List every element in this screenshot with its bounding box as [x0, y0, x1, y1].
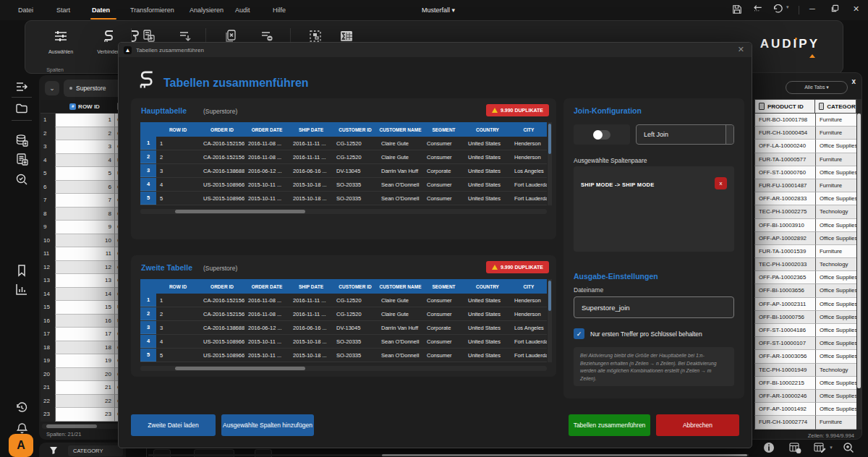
table-row[interactable]: 16 16 US — [41, 315, 126, 328]
menu-transformieren[interactable]: Transformieren — [130, 7, 174, 14]
table-row[interactable]: OFF-AP-10002892 Office Supplies — [754, 232, 856, 245]
table-row[interactable]: 22 22 CA — [41, 395, 126, 409]
table-row[interactable]: OFF-AR-10002833 Office Supplies — [754, 192, 856, 205]
folder-icon[interactable] — [14, 101, 29, 116]
second-table-body[interactable]: 1 1CA-2016-152156 2016-11-08 ...2016-11-… — [140, 294, 547, 362]
notifications-bell-icon[interactable] — [14, 421, 29, 435]
table-row[interactable]: 3 3CA-2016-138688 2016-06-12 ...2016-06-… — [140, 321, 547, 335]
table-row[interactable]: 2 2 CA — [41, 127, 126, 141]
table-row[interactable]: 20 20 CA — [41, 368, 126, 382]
remove-pair-button[interactable]: x — [715, 177, 727, 189]
table-row[interactable]: 5 5 US — [41, 167, 126, 181]
table-row[interactable]: 11 11 CA — [41, 247, 126, 261]
table-row[interactable]: OFF-ST-10000107 Office Supplies — [754, 337, 856, 350]
table-auto-icon[interactable]: A — [787, 440, 803, 456]
tab-collapse-button[interactable]: ⌄ — [45, 81, 59, 95]
cancel-button[interactable]: Abbrechen — [656, 414, 739, 436]
table-row[interactable]: OFF-BI-10003910 Office Supplies — [754, 219, 856, 232]
left-table-hscrollbar[interactable] — [42, 424, 123, 429]
table-row[interactable]: 4 4US-2015-108966 2015-10-11 ...2015-10-… — [140, 335, 547, 349]
left-table[interactable]: # ROW ID 1 1 CA 2 2 CA 3 — [41, 100, 126, 422]
filename-input[interactable]: Superstore_join — [574, 296, 734, 318]
table-row[interactable]: FUR-BO-10001798 Furniture — [754, 114, 856, 127]
save-icon[interactable] — [732, 4, 742, 14]
table-row[interactable]: 14 14 CA — [41, 288, 126, 302]
main-hscrollbar-thumb[interactable] — [382, 454, 747, 456]
main-table-body[interactable]: 1 1CA-2016-152156 2016-11-08 ...2016-11-… — [140, 137, 547, 205]
table-row[interactable]: 10 10 CA — [41, 234, 126, 248]
table-row[interactable]: 4 4 US — [41, 154, 126, 168]
table-row[interactable]: FUR-TA-10000577 Furniture — [754, 153, 856, 166]
table-row[interactable]: 6 6 CA — [41, 181, 126, 195]
right-table-vscrollbar[interactable] — [856, 99, 861, 430]
table-row[interactable]: TEC-PH-10002275 Technology — [754, 205, 856, 218]
menu-hilfe[interactable]: Hilfe — [273, 7, 286, 14]
tab-superstore[interactable]: Superstore — [64, 80, 126, 97]
table-row[interactable]: 1 1CA-2016-152156 2016-11-08 ...2016-11-… — [140, 294, 547, 307]
table-row[interactable]: 12 12 CA — [41, 261, 126, 275]
history-icon[interactable] — [14, 401, 29, 415]
table-vscrollbar[interactable] — [548, 279, 552, 362]
table-row[interactable]: 15 15 US — [41, 301, 126, 315]
table-row[interactable]: OFF-AR-10000246 Office Supplies — [754, 390, 856, 403]
table-edit-caret[interactable]: ▾ — [823, 440, 839, 456]
table-row[interactable]: TEC-PH-10001949 Technology — [754, 364, 856, 377]
table-row[interactable]: OFF-ST-10004186 Office Supplies — [754, 324, 856, 337]
search-check-icon[interactable] — [14, 172, 29, 187]
app-logo-button[interactable]: A — [9, 434, 33, 457]
menu-daten[interactable]: Daten — [92, 7, 110, 14]
undo-icon[interactable] — [773, 4, 783, 14]
table-row[interactable]: 2 2CA-2016-152156 2016-11-08 ...2016-11-… — [140, 150, 547, 164]
table-row[interactable]: 18 18 CA — [41, 341, 126, 355]
table-row[interactable]: 4 4US-2015-108966 2015-10-11 ...2015-10-… — [140, 178, 547, 192]
table-row[interactable]: 9 9 CA — [41, 221, 126, 234]
panel-close-button[interactable]: x — [851, 77, 856, 85]
close-window-button[interactable]: ✕ — [853, 4, 859, 14]
table-row[interactable]: 7 7 CA — [41, 194, 126, 208]
table-row[interactable]: OFF-AR-10003056 Office Supplies — [754, 350, 856, 363]
table-row[interactable]: 1 1CA-2016-152156 2016-11-08 ...2016-11-… — [140, 137, 547, 150]
report-add-icon[interactable] — [14, 152, 29, 166]
menu-analysieren[interactable]: Analysieren — [190, 7, 224, 14]
table-hscrollbar[interactable] — [140, 366, 547, 371]
table-row[interactable]: OFF-BI-10002215 Office Supplies — [754, 377, 856, 390]
table-row[interactable]: 21 21 CA — [41, 381, 126, 395]
undo-dropdown-caret[interactable]: ▾ — [786, 4, 789, 10]
table-row[interactable]: 5 5US-2015-108966 2015-10-11 ...2015-10-… — [140, 192, 547, 205]
sidebar-toggle-icon[interactable] — [14, 80, 29, 94]
load-second-file-button[interactable]: Zweite Datei laden — [131, 414, 216, 436]
table-row[interactable]: FUR-FU-10001487 Furniture — [754, 179, 856, 192]
table-row[interactable]: 19 19 CA — [41, 354, 126, 368]
profile-menu[interactable]: Musterfall ▾ — [422, 7, 455, 14]
table-row[interactable]: OFF-BI-10003656 Office Supplies — [754, 284, 856, 297]
right-table[interactable]: PRODUCT ID CATEGORY FUR-BO-10001798 Furn… — [754, 99, 856, 430]
second-preview-table[interactable]: ROW IDORDER ID ORDER DATESHIP DATE CUSTO… — [140, 279, 547, 362]
table-row[interactable]: 5 5US-2015-108966 2015-10-11 ...2015-10-… — [140, 349, 547, 362]
table-row[interactable]: TEC-PH-10002033 Technology — [754, 258, 856, 271]
table-vscrollbar[interactable] — [548, 122, 552, 205]
all-tabs-dropdown[interactable]: Alle Tabs ▾ — [786, 81, 848, 94]
step-back-icon[interactable] — [752, 4, 763, 14]
table-row[interactable]: OFF-PA-10002365 Office Supplies — [754, 271, 856, 284]
left-table-body[interactable]: 1 1 CA 2 2 CA 3 3 CA 4 4 — [41, 114, 126, 422]
checkbox-checked-icon[interactable]: ✓ — [574, 328, 584, 339]
bookmark-icon[interactable] — [14, 263, 29, 278]
table-row[interactable]: 13 13 CA — [41, 274, 126, 288]
table-row[interactable]: FUR-TA-10001539 Furniture — [754, 245, 856, 258]
modal-close-button[interactable]: ✕ — [738, 45, 744, 54]
table-row[interactable]: FUR-CH-10002774 Furniture — [754, 416, 856, 429]
table-row[interactable]: OFF-BI-10000756 Office Supplies — [754, 311, 856, 324]
minimize-button[interactable]: ─ — [809, 4, 815, 13]
ribbon-tool-auswaehlen[interactable]: Auswählen Spalten — [38, 27, 84, 54]
modal-titlebar[interactable]: ▲ Tabellen zusammenführen ✕ — [119, 43, 752, 57]
table-row[interactable]: OFF-AP-10002311 Office Supplies — [754, 298, 856, 311]
maximize-button[interactable] — [831, 4, 839, 12]
table-row[interactable]: 1 1 CA — [41, 114, 126, 127]
main-preview-table[interactable]: ROW IDORDER ID ORDER DATESHIP DATE CUSTO… — [140, 122, 547, 205]
filter-icon[interactable] — [49, 446, 58, 455]
right-table-body[interactable]: FUR-BO-10001798 Furniture FUR-CH-1000045… — [754, 114, 856, 430]
zoom-icon[interactable] — [841, 440, 856, 456]
merge-tables-button[interactable]: Tabellen zusammenführen — [569, 414, 650, 436]
table-row[interactable]: 3 3CA-2016-138688 2016-06-12 ...2016-06-… — [140, 164, 547, 178]
info-icon[interactable] — [761, 440, 777, 456]
